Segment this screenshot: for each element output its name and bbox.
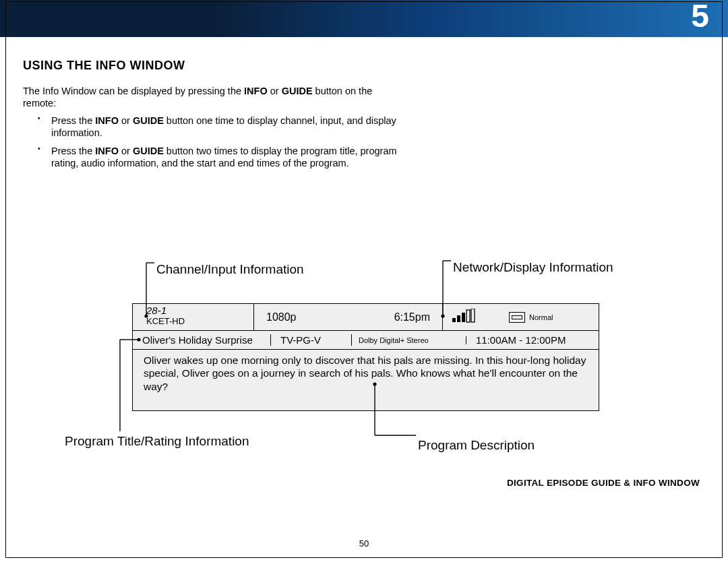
li-bold: GUIDE (133, 146, 164, 156)
info-row-2: Oliver's Holiday Surprise TV-PG-V Dolby … (133, 331, 599, 350)
li-text: or (119, 115, 133, 126)
li-bold: INFO (95, 115, 119, 126)
li-text: or (119, 146, 133, 156)
list-item: Press the INFO or GUIDE button two times… (51, 145, 400, 169)
callout-network-display: Network/Display Information (453, 260, 613, 275)
signal-strength-icon (452, 309, 475, 325)
resolution-value: 1080p (266, 311, 394, 323)
callout-channel-input: Channel/Input Information (156, 262, 304, 277)
info-window-diagram: 28-1 KCET-HD 1080p 6:15pm (132, 303, 599, 411)
program-title: Oliver's Holiday Surprise (133, 334, 271, 346)
current-time: 6:15pm (394, 311, 430, 323)
svg-rect-4 (471, 309, 475, 322)
program-time: 11:00AM - 12:00PM (466, 334, 599, 346)
list-item: Press the INFO or GUIDE button one time … (51, 115, 400, 139)
svg-rect-1 (457, 315, 460, 322)
svg-rect-2 (462, 313, 465, 322)
intro-text: or (268, 86, 282, 96)
channel-cell: 28-1 KCET-HD (133, 304, 254, 330)
instruction-list: Press the INFO or GUIDE button one time … (23, 115, 400, 169)
callout-program-description: Program Description (418, 438, 535, 453)
chapter-banner: 5 (0, 0, 728, 37)
channel-name: KCET-HD (146, 317, 248, 326)
intro-text: The Info Window can be displayed by pres… (23, 86, 244, 96)
channel-number: 28-1 (146, 305, 248, 317)
aspect-ratio-label: Normal (529, 313, 553, 321)
aspect-ratio-icon (509, 312, 525, 323)
intro-paragraph: The Info Window can be displayed by pres… (23, 85, 400, 109)
aspect-ratio-wrap: Normal (509, 312, 553, 323)
footer-section-label: DIGITAL EPISODE GUIDE & INFO WINDOW (507, 478, 700, 488)
content-area: USING THE INFO WINDOW The Info Window ca… (0, 37, 728, 169)
chapter-number: 5 (691, 0, 709, 34)
section-title: USING THE INFO WINDOW (23, 59, 705, 73)
li-text: Press the (51, 115, 95, 126)
li-bold: INFO (95, 146, 119, 156)
li-text: Press the (51, 146, 95, 156)
svg-rect-0 (452, 318, 456, 322)
program-description: Oliver wakes up one morning only to disc… (133, 350, 599, 410)
intro-bold-guide: GUIDE (282, 86, 313, 96)
resolution-time-cell: 1080p 6:15pm (254, 304, 443, 330)
page-number: 50 (0, 538, 728, 549)
program-rating: TV-PG-V (271, 334, 352, 346)
network-display-cell: Normal (443, 304, 599, 330)
li-bold: GUIDE (133, 115, 164, 126)
svg-rect-3 (466, 310, 470, 322)
callout-program-title-rating: Program Title/Rating Information (65, 434, 249, 449)
audio-info: Dolby Digital+ Stereo (352, 336, 466, 344)
info-row-1: 28-1 KCET-HD 1080p 6:15pm (133, 304, 599, 331)
intro-bold-info: INFO (244, 86, 268, 96)
